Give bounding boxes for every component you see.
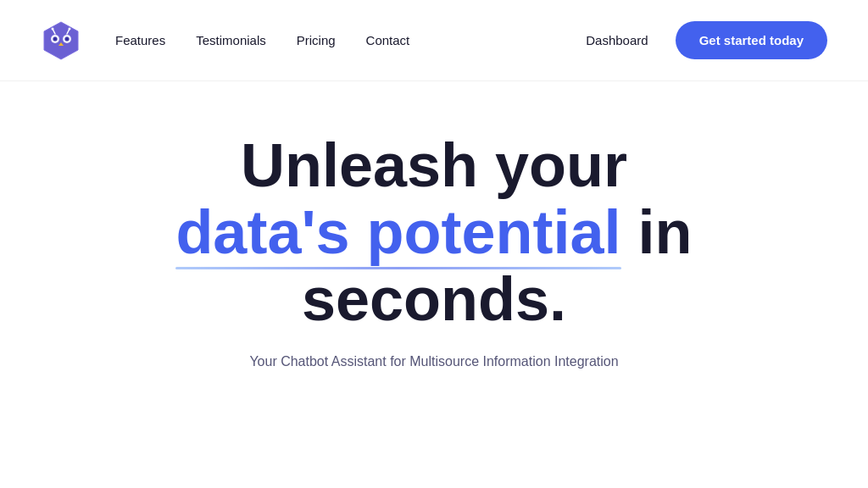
hero-title: Unleash your data's potential in seconds… xyxy=(175,132,692,334)
nav-links: Features Testimonials Pricing Contact xyxy=(115,33,409,48)
nav-left: Features Testimonials Pricing Contact xyxy=(41,20,409,61)
svg-point-5 xyxy=(65,36,70,41)
hero-section: Unleash your data's potential in seconds… xyxy=(0,81,868,369)
logo[interactable] xyxy=(41,20,81,61)
nav-item-contact[interactable]: Contact xyxy=(366,33,410,48)
hero-line4: seconds. xyxy=(302,265,566,333)
svg-point-4 xyxy=(53,36,58,41)
nav-item-features[interactable]: Features xyxy=(115,33,165,48)
dashboard-link[interactable]: Dashboard xyxy=(586,33,648,47)
svg-point-10 xyxy=(69,27,71,30)
hero-highlight: data's potential xyxy=(175,199,620,266)
svg-point-8 xyxy=(52,27,54,30)
nav-item-pricing[interactable]: Pricing xyxy=(297,33,336,48)
hero-subtitle: Your Chatbot Assistant for Multisource I… xyxy=(249,354,618,369)
hero-line1: Unleash your xyxy=(241,131,627,199)
navbar: Features Testimonials Pricing Contact Da… xyxy=(0,0,868,81)
svg-marker-0 xyxy=(44,22,78,59)
hero-line3: in xyxy=(638,198,693,266)
nav-right: Dashboard Get started today xyxy=(586,21,827,59)
nav-item-testimonials[interactable]: Testimonials xyxy=(196,33,266,48)
get-started-button[interactable]: Get started today xyxy=(676,21,827,59)
